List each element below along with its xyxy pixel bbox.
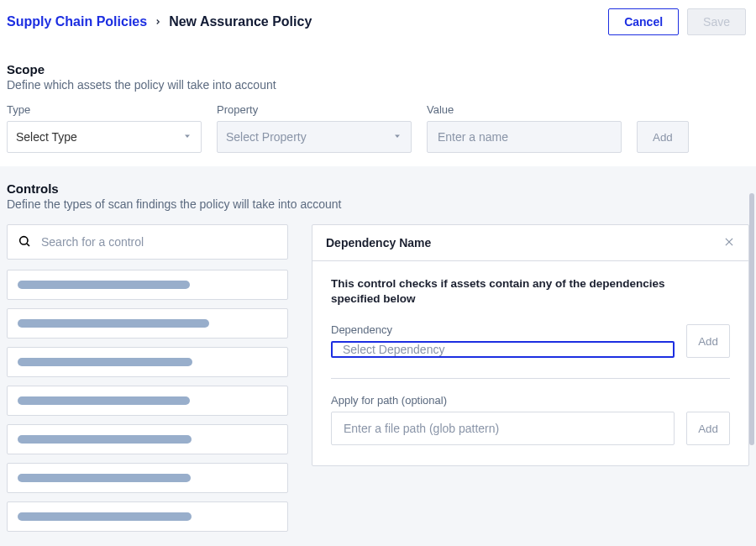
page-header: Supply Chain Policies New Assurance Poli… (0, 0, 756, 40)
path-field: Apply for path (optional) Add (331, 394, 730, 445)
scrollbar-thumb[interactable] (749, 193, 754, 445)
list-item[interactable] (7, 501, 288, 532)
control-panel-title: Dependency Name (326, 236, 431, 249)
list-item[interactable] (7, 386, 288, 416)
path-add-button[interactable]: Add (686, 412, 730, 445)
controls-search-input[interactable] (39, 234, 277, 249)
control-panel-body: This control checks if assets contain an… (312, 261, 748, 465)
scope-row: Type Select Type Property Select Propert… (7, 103, 749, 153)
control-panel-header: Dependency Name (312, 225, 748, 261)
controls-search[interactable] (7, 224, 288, 260)
controls-grid: Dependency Name This control checks if a… (7, 224, 749, 532)
scope-property-field: Property Select Property (217, 103, 412, 153)
scrollbar-track[interactable] (749, 193, 754, 462)
scope-section: Scope Define which assets the policy wil… (0, 40, 756, 161)
panel-separator (331, 378, 730, 379)
placeholder-bar (18, 435, 192, 444)
breadcrumb: Supply Chain Policies New Assurance Poli… (7, 14, 312, 29)
path-label: Apply for path (optional) (331, 394, 730, 407)
controls-left-column (7, 224, 288, 532)
scope-property-select: Select Property (217, 121, 412, 153)
scope-value-input (436, 129, 612, 144)
dependency-row: Dependency Select Dependency Add (331, 323, 730, 358)
dependency-placeholder: Select Dependency (343, 343, 444, 356)
search-icon (18, 234, 31, 250)
breadcrumb-root-link[interactable]: Supply Chain Policies (7, 14, 147, 29)
control-panel: Dependency Name This control checks if a… (312, 224, 749, 466)
scope-value-label: Value (427, 103, 622, 116)
dependency-add-button[interactable]: Add (686, 324, 730, 358)
controls-list (7, 270, 288, 532)
path-input-wrap[interactable] (331, 412, 675, 445)
list-item[interactable] (7, 270, 288, 300)
scope-type-field: Type Select Type (7, 103, 202, 153)
list-item[interactable] (7, 424, 288, 454)
close-icon[interactable] (723, 235, 735, 250)
svg-point-2 (20, 236, 28, 244)
scope-title: Scope (7, 62, 749, 76)
scope-type-select[interactable]: Select Type (7, 121, 202, 153)
cancel-button[interactable]: Cancel (608, 8, 679, 35)
dependency-select[interactable]: Select Dependency (331, 341, 675, 358)
placeholder-bar (18, 396, 190, 405)
path-row: Add (331, 412, 730, 445)
placeholder-bar (18, 512, 192, 521)
scope-property-label: Property (217, 103, 412, 116)
svg-marker-0 (185, 135, 190, 139)
controls-title: Controls (7, 181, 749, 196)
path-input[interactable] (342, 421, 664, 436)
control-panel-description: This control checks if assets contain an… (331, 276, 692, 307)
list-item[interactable] (7, 308, 288, 339)
svg-marker-1 (395, 135, 400, 139)
scope-value-input-wrap (427, 121, 622, 153)
chevron-right-icon (154, 18, 162, 26)
scope-value-field: Value (427, 103, 622, 153)
placeholder-bar (18, 358, 192, 366)
save-button: Save (687, 8, 746, 35)
chevron-down-icon (392, 130, 402, 144)
dependency-label: Dependency (331, 323, 675, 336)
placeholder-bar (18, 319, 209, 328)
scope-property-placeholder: Select Property (226, 130, 307, 144)
list-item[interactable] (7, 463, 288, 493)
chevron-down-icon (182, 130, 192, 144)
scope-type-label: Type (7, 103, 202, 116)
dependency-field: Dependency Select Dependency (331, 323, 675, 358)
controls-section: Controls Define the types of scan findin… (0, 166, 756, 546)
scope-subtitle: Define which assets the policy will take… (7, 78, 749, 92)
svg-line-3 (27, 244, 29, 246)
scope-type-placeholder: Select Type (16, 130, 77, 144)
controls-subtitle: Define the types of scan findings the po… (7, 197, 749, 211)
placeholder-bar (18, 474, 191, 482)
scope-add-button: Add (637, 121, 689, 153)
header-actions: Cancel Save (608, 8, 746, 35)
list-item[interactable] (7, 347, 288, 377)
breadcrumb-current: New Assurance Policy (169, 14, 312, 29)
placeholder-bar (18, 281, 190, 289)
